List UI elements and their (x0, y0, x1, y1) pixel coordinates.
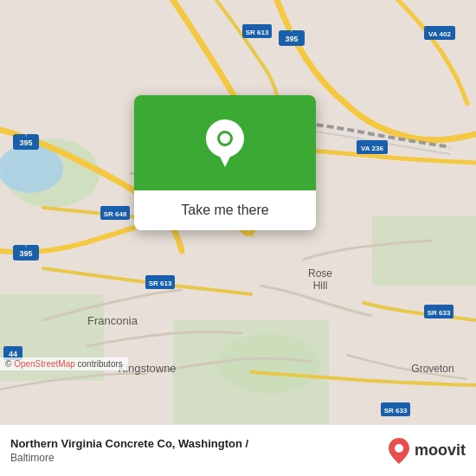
copyright-text: © (5, 359, 11, 369)
svg-text:395: 395 (19, 138, 32, 147)
svg-text:VA 402: VA 402 (428, 30, 451, 38)
svg-text:395: 395 (285, 35, 298, 43)
svg-text:SR 633: SR 633 (428, 309, 451, 317)
svg-rect-4 (372, 216, 476, 286)
svg-text:VA 236: VA 236 (361, 145, 383, 152)
moovit-pin-icon (387, 436, 411, 466)
svg-text:Franconia: Franconia (87, 314, 138, 327)
pin-circle (206, 119, 244, 158)
popup-header (134, 95, 316, 190)
svg-text:395: 395 (19, 249, 32, 258)
svg-point-38 (395, 444, 403, 453)
pin-inner (217, 131, 233, 146)
svg-point-5 (216, 333, 320, 394)
bottom-text: Northern Virginia Concrete Co, Washingto… (10, 437, 387, 464)
moovit-brand-text: moovit (415, 441, 466, 460)
take-me-there-button[interactable]: Take me there (134, 190, 316, 230)
bottom-bar: Northern Virginia Concrete Co, Washingto… (0, 424, 476, 476)
map-container: 395 I 395 I 395 I SR 613 SR 648 VA 236 V… (0, 0, 476, 424)
svg-text:Groveton: Groveton (411, 363, 453, 375)
bottom-title: Northern Virginia Concrete Co, Washingto… (10, 437, 387, 452)
location-pin (204, 119, 246, 167)
svg-text:SR 613: SR 613 (246, 29, 269, 36)
button-label: Take me there (181, 203, 268, 218)
svg-text:Rose: Rose (308, 267, 332, 280)
osm-link[interactable]: OpenStreetMap (14, 359, 75, 369)
svg-text:Hill: Hill (313, 280, 328, 292)
svg-text:SR 648: SR 648 (104, 210, 127, 218)
map-copyright: © OpenStreetMap contributors (0, 357, 128, 370)
svg-text:SR 633: SR 633 (384, 407, 408, 415)
contributors-text: contributors (78, 359, 123, 369)
pin-tail (220, 157, 230, 167)
bottom-subtitle: Baltimore (10, 452, 387, 464)
svg-text:SR 613: SR 613 (149, 280, 172, 287)
popup-card: Take me there (134, 95, 316, 230)
moovit-logo: moovit (387, 436, 466, 466)
